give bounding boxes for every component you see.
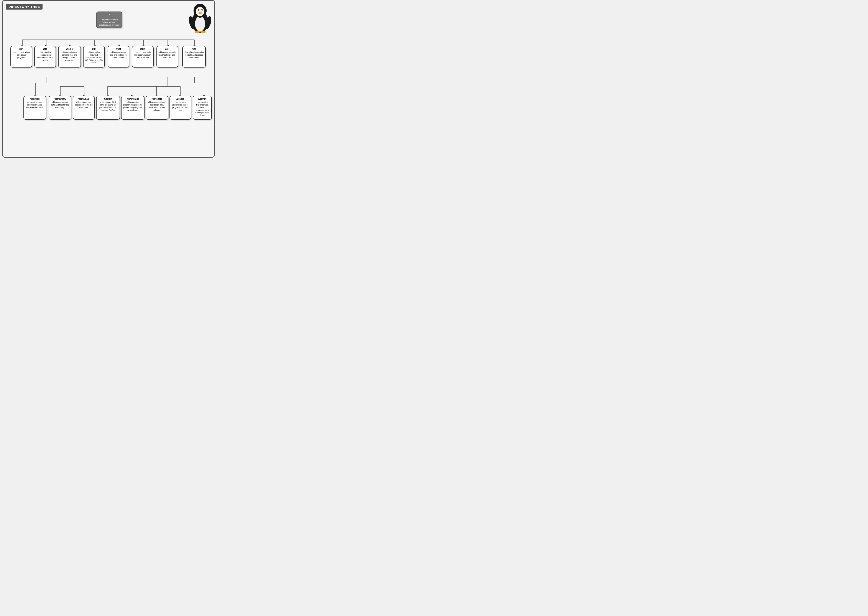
var-node: /var This primarily contains log data an… xyxy=(182,46,206,68)
home-desc: This contains the personal files and set… xyxy=(62,51,77,61)
bin-dir: /bin xyxy=(13,47,30,50)
sbin-node: /sbin This contains built-in programs us… xyxy=(132,46,154,68)
home-paul-dir: /home/paul xyxy=(75,97,92,101)
diagram-container: DIRECTORY TREE xyxy=(2,0,215,158)
mnt-desc: This contains mounted filesystems such a… xyxy=(85,51,103,64)
bin-desc: This contains all the core Linux program… xyxy=(13,51,30,59)
root-node: / The root directory is where all other … xyxy=(96,11,122,28)
etc-node: /etc This contains configuration informa… xyxy=(34,46,56,68)
etc-initd-desc: This contains start-up information about… xyxy=(25,101,44,108)
home-paul-node: /home/paul This contains user data and f… xyxy=(73,96,95,119)
diagram-inner: / The root directory is where all other … xyxy=(6,11,212,152)
usr-bin-desc: This contains third-party programs not p… xyxy=(99,101,117,111)
usr-dir: /usr xyxy=(158,47,176,50)
root-dir-name: / xyxy=(98,13,120,18)
svg-point-9 xyxy=(202,9,202,10)
usr-include-desc: This contains programming code for peopl… xyxy=(123,101,143,111)
usr-src-desc: This contains uncompiled source programs… xyxy=(172,101,189,111)
var-run-dir: /var/run xyxy=(195,97,210,101)
svg-point-5 xyxy=(198,9,199,11)
mnt-node: /mnt This contains mounted filesystems s… xyxy=(83,46,105,68)
rootuser-node: /root This contains the files and settin… xyxy=(108,46,129,68)
sbin-desc: This contains built-in programs usually … xyxy=(134,51,151,59)
usr-desc: This contains third-party software and e… xyxy=(159,51,175,59)
home-mary-desc: This contains user data and files for th… xyxy=(51,101,69,108)
var-dir: /var xyxy=(184,47,204,50)
sbin-dir: /sbin xyxy=(134,47,152,50)
diagram-title: DIRECTORY TREE xyxy=(6,4,42,9)
rootuser-dir: /root xyxy=(110,47,127,50)
usr-bin-dir: /usr/bin xyxy=(98,97,118,101)
etc-desc: This contains configuration information … xyxy=(37,51,53,61)
mnt-dir: /mnt xyxy=(85,47,103,50)
usr-share-node: /usr/share This contains shared applicat… xyxy=(146,96,168,119)
svg-point-6 xyxy=(199,9,199,10)
home-paul-desc: This contains user data and files for th… xyxy=(75,101,92,108)
connector-lines xyxy=(6,11,212,152)
usr-src-node: /usr/src This contains uncompiled source… xyxy=(169,96,191,119)
home-node: /home This contains the personal files a… xyxy=(58,46,81,68)
var-desc: This primarily contains log data and pro… xyxy=(184,51,204,59)
etc-initd-dir: /etc/init.d xyxy=(25,97,44,101)
usr-include-node: /usr/include This contains programming c… xyxy=(121,96,144,119)
bin-node: /bin This contains all the core Linux pr… xyxy=(10,46,32,68)
usr-share-desc: This contains shared application data, s… xyxy=(148,101,166,111)
root-description: The root directory is where all other di… xyxy=(99,19,119,26)
usr-include-dir: /usr/include xyxy=(123,97,143,101)
usr-share-dir: /usr/share xyxy=(147,97,166,101)
usr-bin-node: /usr/bin This contains third-party progr… xyxy=(96,96,120,119)
usr-node: /usr This contains third-party software … xyxy=(157,46,178,68)
svg-point-8 xyxy=(201,9,203,11)
etc-initd-node: /etc/init.d This contains start-up infor… xyxy=(24,96,46,119)
var-run-node: /var/run This contains PID programs that… xyxy=(193,96,212,119)
var-run-desc: This contains PID programs that stop pro… xyxy=(195,101,209,116)
home-mary-node: /home/mary This contains user data and f… xyxy=(49,96,71,119)
etc-dir: /etc xyxy=(36,47,54,50)
rootuser-desc: This contains the files and settings for… xyxy=(110,51,127,59)
home-dir: /home xyxy=(60,47,79,50)
home-mary-dir: /home/mary xyxy=(50,97,69,101)
usr-src-dir: /usr/src xyxy=(171,97,189,101)
